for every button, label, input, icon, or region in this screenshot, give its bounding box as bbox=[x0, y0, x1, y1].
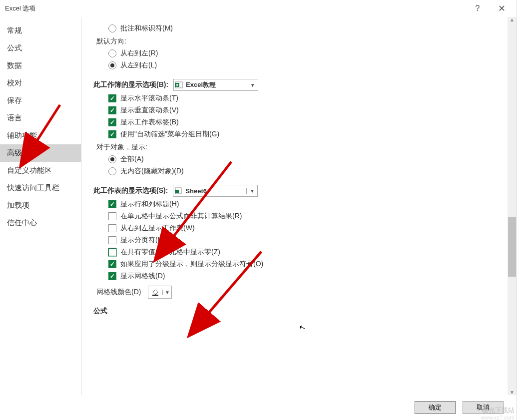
worksheet-display-section: 此工作表的显示选项(S): Sheet6 ▼ bbox=[93, 185, 498, 197]
sidebar-item-proofing[interactable]: 校对 bbox=[0, 74, 81, 92]
check-label: 从右到左显示工作表(W) bbox=[120, 224, 195, 233]
sidebar-item-quick-access[interactable]: 快速访问工具栏 bbox=[0, 179, 81, 197]
radio-icon bbox=[108, 61, 116, 69]
gridline-color-row: 网格线颜色(D) ▼ bbox=[96, 286, 498, 299]
checkbox-icon bbox=[108, 260, 116, 268]
combo-text: Sheet6 bbox=[183, 187, 246, 195]
check-label: 如果应用了分级显示，则显示分级显示符号(O) bbox=[120, 260, 263, 269]
sidebar-item-customize-ribbon[interactable]: 自定义功能区 bbox=[0, 162, 81, 179]
gridline-color-label: 网格线颜色(D) bbox=[96, 288, 141, 297]
radio-ltr-row[interactable]: 从左到右(L) bbox=[93, 61, 498, 70]
check-show-zero-row[interactable]: 在具有零值的单元格中显示零(Z) bbox=[93, 248, 498, 257]
sidebar-item-data[interactable]: 数据 bbox=[0, 57, 81, 74]
sidebar-item-language[interactable]: 语言 bbox=[0, 109, 81, 127]
radio-icon bbox=[108, 49, 116, 57]
checkbox-icon bbox=[108, 94, 116, 102]
radio-comments-indicators-row[interactable]: 批注和标识符(M) bbox=[93, 24, 498, 33]
checkbox-icon bbox=[108, 236, 116, 244]
gridline-color-picker[interactable]: ▼ bbox=[148, 286, 172, 299]
workbook-combo[interactable]: X Excel教程 ▼ bbox=[173, 79, 258, 91]
checkbox-icon bbox=[108, 106, 116, 114]
formula-section-title: 公式 bbox=[93, 307, 498, 316]
sidebar-item-save[interactable]: 保存 bbox=[0, 92, 81, 109]
radio-objects-all-row[interactable]: 全部(A) bbox=[93, 155, 498, 164]
radio-icon bbox=[108, 24, 116, 32]
vertical-scrollbar[interactable]: ▲ ▼ bbox=[508, 17, 517, 395]
check-label: 显示工作表标签(B) bbox=[120, 118, 179, 127]
check-autofilter-row[interactable]: 使用"自动筛选"菜单分组日期(G) bbox=[93, 130, 498, 139]
sidebar-item-accessibility[interactable]: 辅助功能 bbox=[0, 127, 81, 144]
check-page-breaks-row[interactable]: 显示分页符(K) bbox=[93, 236, 498, 245]
check-show-gridlines-row[interactable]: 显示网格线(D) bbox=[93, 272, 498, 281]
chevron-down-icon: ▼ bbox=[247, 82, 258, 88]
section-label: 此工作簿的显示选项(B): bbox=[93, 80, 168, 89]
checkbox-icon bbox=[108, 224, 116, 232]
paint-bucket-icon bbox=[148, 288, 162, 296]
worksheet-combo[interactable]: Sheet6 ▼ bbox=[173, 185, 258, 197]
radio-rtl-row[interactable]: 从右到左(R) bbox=[93, 49, 498, 58]
objects-show-label: 对于对象，显示: bbox=[93, 143, 498, 152]
check-label: 显示分页符(K) bbox=[120, 236, 165, 245]
sidebar-item-advanced[interactable]: 高级 bbox=[0, 144, 81, 162]
checkbox-icon bbox=[108, 200, 116, 208]
sidebar-item-trust-center[interactable]: 信任中心 bbox=[0, 214, 81, 232]
check-label: 显示网格线(D) bbox=[120, 272, 165, 281]
radio-icon bbox=[108, 155, 116, 163]
dialog-footer: 确定 取消 极光下载站 www.xz7.com bbox=[0, 395, 517, 420]
ok-button[interactable]: 确定 bbox=[415, 401, 456, 414]
check-show-formulas-row[interactable]: 在单元格中显示公式而非其计算结果(R) bbox=[93, 212, 498, 221]
radio-label: 从左到右(L) bbox=[120, 61, 157, 70]
radio-label: 批注和标识符(M) bbox=[120, 24, 173, 33]
check-label: 显示水平滚动条(T) bbox=[120, 94, 178, 103]
chevron-down-icon: ▼ bbox=[246, 188, 257, 194]
sidebar-item-general[interactable]: 常规 bbox=[0, 22, 81, 39]
check-label: 在单元格中显示公式而非其计算结果(R) bbox=[120, 212, 242, 221]
radio-label: 无内容(隐藏对象)(D) bbox=[120, 167, 184, 176]
checkbox-icon bbox=[108, 272, 116, 280]
chevron-down-icon: ▼ bbox=[162, 290, 171, 295]
check-label: 显示垂直滚动条(V) bbox=[120, 106, 179, 115]
svg-rect-4 bbox=[175, 190, 179, 193]
window-title: Excel 选项 bbox=[4, 4, 471, 13]
titlebar-buttons: ? ✕ bbox=[471, 3, 513, 14]
sidebar-item-formulas[interactable]: 公式 bbox=[0, 39, 81, 57]
checkbox-icon bbox=[108, 212, 116, 220]
content-wrap: 批注和标识符(M) 默认方向: 从右到左(R) 从左到右(L) 此工作簿的显示选… bbox=[81, 17, 517, 395]
content-panel: 批注和标识符(M) 默认方向: 从右到左(R) 从左到右(L) 此工作簿的显示选… bbox=[81, 17, 508, 395]
excel-file-icon: X bbox=[174, 81, 184, 89]
svg-rect-5 bbox=[152, 295, 158, 296]
watermark-line1: 极光下载站 bbox=[481, 407, 515, 415]
check-sheet-tabs-row[interactable]: 显示工作表标签(B) bbox=[93, 118, 498, 127]
radio-icon bbox=[108, 167, 116, 175]
watermark-line2: www.xz7.com bbox=[481, 415, 515, 420]
watermark: 极光下载站 www.xz7.com bbox=[481, 407, 515, 420]
workbook-display-section: 此工作簿的显示选项(B): X Excel教程 ▼ bbox=[93, 79, 498, 91]
radio-label: 从右到左(R) bbox=[120, 49, 158, 58]
default-direction-label: 默认方向: bbox=[93, 37, 498, 46]
sheet-icon bbox=[173, 187, 183, 195]
check-show-outline-row[interactable]: 如果应用了分级显示，则显示分级显示符号(O) bbox=[93, 260, 498, 269]
checkbox-icon bbox=[108, 248, 116, 256]
help-button[interactable]: ? bbox=[471, 4, 485, 13]
sidebar: 常规 公式 数据 校对 保存 语言 辅助功能 高级 自定义功能区 快速访问工具栏… bbox=[0, 17, 81, 395]
radio-label: 全部(A) bbox=[120, 155, 144, 164]
checkbox-icon bbox=[108, 130, 116, 138]
close-button[interactable]: ✕ bbox=[495, 3, 509, 14]
check-vscroll-row[interactable]: 显示垂直滚动条(V) bbox=[93, 106, 498, 115]
check-row-col-headers-row[interactable]: 显示行和列标题(H) bbox=[93, 200, 498, 209]
checkbox-icon bbox=[108, 118, 116, 126]
check-label: 在具有零值的单元格中显示零(Z) bbox=[120, 248, 220, 257]
sidebar-item-addins[interactable]: 加载项 bbox=[0, 197, 81, 214]
scrollbar-thumb[interactable] bbox=[508, 217, 516, 277]
svg-text:X: X bbox=[176, 83, 179, 87]
excel-options-window: Excel 选项 ? ✕ 常规 公式 数据 校对 保存 语言 辅助功能 高级 自… bbox=[0, 0, 517, 420]
check-label: 使用"自动筛选"菜单分组日期(G) bbox=[120, 130, 219, 139]
check-hscroll-row[interactable]: 显示水平滚动条(T) bbox=[93, 94, 498, 103]
check-label: 显示行和列标题(H) bbox=[120, 200, 179, 209]
titlebar: Excel 选项 ? ✕ bbox=[0, 0, 517, 17]
radio-objects-none-row[interactable]: 无内容(隐藏对象)(D) bbox=[93, 167, 498, 176]
mouse-cursor-icon: ↖ bbox=[298, 322, 307, 333]
combo-text: Excel教程 bbox=[184, 80, 247, 89]
check-rtl-sheet-row[interactable]: 从右到左显示工作表(W) bbox=[93, 224, 498, 233]
dialog-body: 常规 公式 数据 校对 保存 语言 辅助功能 高级 自定义功能区 快速访问工具栏… bbox=[0, 17, 517, 395]
